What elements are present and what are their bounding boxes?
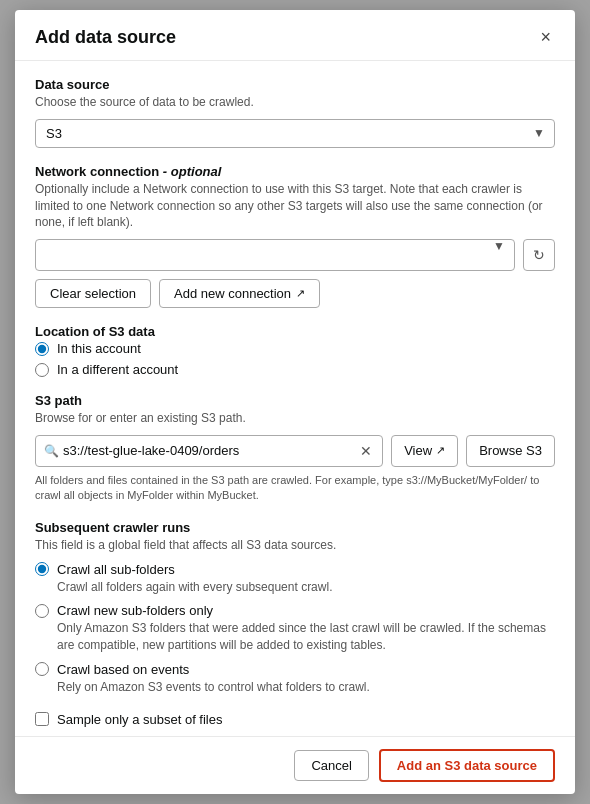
s3-path-search-icon: 🔍 [44,444,59,458]
location-in-this-account[interactable]: In this account [35,341,555,356]
modal-container: Add data source × Data source Choose the… [15,10,575,794]
modal-overlay: Add data source × Data source Choose the… [0,0,590,804]
s3-path-label: S3 path [35,393,555,408]
view-button[interactable]: View ↗ [391,435,458,467]
location-different-account-radio[interactable] [35,363,49,377]
location-section: Location of S3 data In this account In a… [35,324,555,377]
location-label: Location of S3 data [35,324,555,339]
s3-path-help: All folders and files contained in the S… [35,473,555,504]
data-source-select-wrapper: S3 JDBC DynamoDB MongoDB ▼ [35,119,555,148]
crawl-events-item: Crawl based on events Rely on Amazon S3 … [35,662,555,696]
add-s3-data-source-button[interactable]: Add an S3 data source [379,749,555,782]
crawl-all-item: Crawl all sub-folders Crawl all folders … [35,562,555,596]
crawl-events-desc: Rely on Amazon S3 events to control what… [57,679,555,696]
s3-path-input-wrapper: 🔍 ✕ [35,435,383,467]
s3-path-input[interactable] [63,443,358,458]
crawl-new-item: Crawl new sub-folders only Only Amazon S… [35,603,555,654]
view-external-icon: ↗ [436,444,445,457]
crawl-new-desc: Only Amazon S3 folders that were added s… [57,620,555,654]
sample-files-label: Sample only a subset of files [57,712,222,727]
refresh-button[interactable]: ↻ [523,239,555,271]
checkboxes-section: Sample only a subset of files Exclude fi… [35,712,555,736]
crawler-radio-group: Crawl all sub-folders Crawl all folders … [35,562,555,696]
cancel-button[interactable]: Cancel [294,750,368,781]
network-label: Network connection - optional [35,164,555,179]
close-button[interactable]: × [536,26,555,48]
view-label: View [404,443,432,458]
network-select[interactable] [35,239,515,271]
network-desc: Optionally include a Network connection … [35,181,555,231]
crawler-runs-section: Subsequent crawler runs This field is a … [35,520,555,696]
crawl-new-label[interactable]: Crawl new sub-folders only [35,603,555,618]
s3-path-row: 🔍 ✕ View ↗ Browse S3 [35,435,555,467]
clear-path-button[interactable]: ✕ [358,444,374,458]
data-source-section: Data source Choose the source of data to… [35,77,555,148]
network-row: ▼ ↻ [35,239,555,271]
network-connection-section: Network connection - optional Optionally… [35,164,555,308]
add-new-connection-button[interactable]: Add new connection ↗ [159,279,320,308]
add-connection-label: Add new connection [174,286,291,301]
crawl-events-text: Crawl based on events [57,662,189,677]
location-different-account[interactable]: In a different account [35,362,555,377]
crawl-all-radio[interactable] [35,562,49,576]
external-link-icon: ↗ [296,287,305,300]
location-in-this-account-label: In this account [57,341,141,356]
browse-s3-button[interactable]: Browse S3 [466,435,555,467]
crawler-runs-desc: This field is a global field that affect… [35,537,555,554]
location-different-account-label: In a different account [57,362,178,377]
crawler-runs-label: Subsequent crawler runs [35,520,555,535]
modal-footer: Cancel Add an S3 data source [15,736,575,794]
crawl-all-desc: Crawl all folders again with every subse… [57,579,555,596]
crawl-events-label[interactable]: Crawl based on events [35,662,555,677]
modal-title: Add data source [35,27,176,48]
crawl-new-radio[interactable] [35,604,49,618]
sample-files-row[interactable]: Sample only a subset of files [35,712,555,727]
crawl-events-radio[interactable] [35,662,49,676]
crawl-all-label[interactable]: Crawl all sub-folders [35,562,555,577]
crawl-all-text: Crawl all sub-folders [57,562,175,577]
modal-body: Data source Choose the source of data to… [15,61,575,736]
data-source-desc: Choose the source of data to be crawled. [35,94,555,111]
crawl-new-text: Crawl new sub-folders only [57,603,213,618]
sample-files-checkbox[interactable] [35,712,49,726]
modal-header: Add data source × [15,10,575,61]
refresh-icon: ↻ [533,247,545,263]
network-select-wrapper: ▼ [35,239,515,271]
location-in-this-account-radio[interactable] [35,342,49,356]
data-source-label: Data source [35,77,555,92]
s3-path-desc: Browse for or enter an existing S3 path. [35,410,555,427]
network-btn-row: Clear selection Add new connection ↗ [35,279,555,308]
location-radio-group: In this account In a different account [35,341,555,377]
s3-path-section: S3 path Browse for or enter an existing … [35,393,555,504]
clear-selection-button[interactable]: Clear selection [35,279,151,308]
data-source-select[interactable]: S3 JDBC DynamoDB MongoDB [35,119,555,148]
